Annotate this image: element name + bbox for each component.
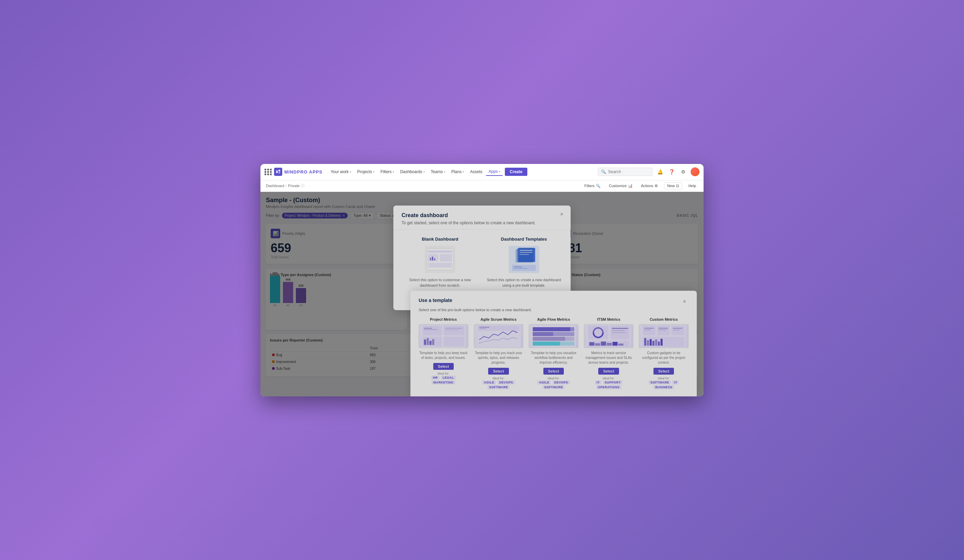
svg-rect-1 [278,170,280,171]
custom-metrics-title: Custom Metrics [650,317,678,321]
svg-rect-20 [519,250,532,251]
svg-rect-61 [618,343,624,346]
search-box[interactable]: 🔍 [598,168,653,176]
template-modal: Use a template × Select one of the pre-b… [410,291,697,396]
itsm-select-button[interactable]: Select [598,368,619,374]
actions-icon: ⚙ [655,184,658,188]
svg-rect-35 [445,328,462,329]
blank-dashboard-desc: Select this option to customise a new da… [402,277,479,288]
svg-rect-32 [427,338,429,345]
breadcrumb-bar: Dashboard / Private ⓘ Filters 🔍 Customiz… [261,180,703,192]
svg-rect-56 [589,342,594,346]
svg-rect-33 [430,341,432,345]
grid-dots-icon[interactable] [264,169,272,175]
agile-flow-thumb [529,324,578,348]
svg-rect-65 [612,330,625,331]
svg-rect-73 [647,340,649,346]
svg-rect-79 [644,328,654,329]
search-icon: 🔍 [601,169,606,174]
modal-description: To get started, select one of the option… [402,221,562,225]
breadcrumb-private[interactable]: Private [288,184,300,188]
create-button[interactable]: Create [505,168,527,176]
nav-teams[interactable]: Teams▾ [428,168,448,176]
custom-metrics-ideal: Ideal for: SOFTWARE IT BUSINESS [639,377,689,389]
svg-rect-48 [533,342,560,346]
svg-rect-41 [479,327,489,327]
nav-assets[interactable]: Assets [467,168,485,176]
itsm-thumb [584,324,634,348]
svg-rect-82 [644,330,651,330]
svg-rect-66 [612,332,627,333]
modal-title: Create dashboard [402,212,562,218]
template-itsm: ITSM Metrics [584,317,634,389]
actions-label: Actions [641,184,653,188]
actions-button[interactable]: Actions ⚙ [639,183,660,189]
blank-dashboard-title: Blank Dashboard [422,236,459,242]
breadcrumb-actions: Filters 🔍 Customize 📊 Actions ⚙ New ⊡ He… [582,182,698,189]
customize-button[interactable]: Customize 📊 [607,183,635,189]
settings-icon[interactable]: ⚙ [679,168,687,176]
logo-icon [274,168,282,176]
project-metrics-ideal: Ideal for: HR LEGAL MARKETING [418,372,468,385]
svg-rect-77 [658,342,660,346]
template-grid: Project Metrics [418,317,689,389]
svg-rect-60 [612,342,618,346]
svg-rect-38 [424,329,438,330]
svg-rect-81 [673,328,682,329]
svg-rect-59 [607,343,612,346]
svg-rect-74 [650,339,652,346]
nav-filters[interactable]: Filters▾ [378,168,397,176]
svg-rect-0 [276,171,278,173]
itsm-desc: Metrics to track service management issu… [584,351,634,365]
new-icon: ⊡ [676,184,679,188]
blank-dashboard-image [425,246,455,273]
svg-rect-69 [657,326,670,335]
filters-label: Filters [584,184,594,188]
new-button[interactable]: New ⊡ [664,182,682,189]
nav-projects[interactable]: Projects▾ [355,168,377,176]
svg-rect-27 [423,326,442,335]
svg-rect-71 [643,337,684,347]
nav-logo: MINDPRO APPS [264,168,322,176]
template-modal-header: Use a template × [418,298,689,306]
agile-scrum-select-button[interactable]: Select [488,368,509,374]
help-label: Help [688,184,696,188]
nav-plans[interactable]: Plans▾ [449,168,467,176]
help-icon[interactable]: ❓ [668,168,676,176]
svg-rect-13 [430,258,431,260]
svg-rect-70 [671,326,684,335]
nav-apps[interactable]: Apps▾ [486,168,503,176]
bar-chart-icon: 📊 [628,184,633,188]
project-metrics-desc: Template to help you keep track of tasks… [418,351,468,360]
agile-flow-ideal: Ideal for: AGILE DEVOPS SOFTWARE [529,377,578,389]
search-input[interactable] [608,169,650,174]
nav-your-work[interactable]: Your work▾ [328,168,354,176]
agile-scrum-thumb [474,324,524,348]
brand-name: MINDPRO APPS [284,169,322,174]
svg-rect-49 [533,337,565,341]
nav-dashboards[interactable]: Dashboards▾ [397,168,427,176]
agile-flow-desc: Template to help you visualize workflow … [529,351,578,365]
filters-button[interactable]: Filters 🔍 [582,183,602,189]
svg-rect-75 [653,341,655,346]
svg-rect-37 [424,328,432,329]
template-custom-metrics: Custom Metrics [639,317,689,389]
custom-metrics-select-button[interactable]: Select [653,368,674,374]
help-button[interactable]: Help [686,183,698,189]
project-metrics-select-button[interactable]: Select [433,363,454,370]
itsm-title: ITSM Metrics [597,317,620,321]
svg-rect-84 [673,330,680,330]
agile-scrum-title: Agile Scrum Metrics [480,317,517,321]
breadcrumb: Dashboard / Private ⓘ [266,183,305,188]
itsm-ideal: Ideal for: IT SUPPORT OPERATIONS [584,377,634,389]
template-modal-close-button[interactable]: × [681,298,689,306]
user-avatar[interactable] [690,168,700,176]
svg-rect-31 [424,339,426,345]
breadcrumb-dashboard[interactable]: Dashboard [266,184,284,188]
modal-close-button[interactable]: × [558,210,566,218]
notifications-icon[interactable]: 🔔 [656,168,664,176]
agile-scrum-ideal: Ideal for: AGILE DEVOPS SOFTWARE [474,377,524,389]
agile-flow-select-button[interactable]: Select [543,368,564,374]
svg-rect-15 [434,258,435,260]
template-project-metrics: Project Metrics [418,317,468,389]
